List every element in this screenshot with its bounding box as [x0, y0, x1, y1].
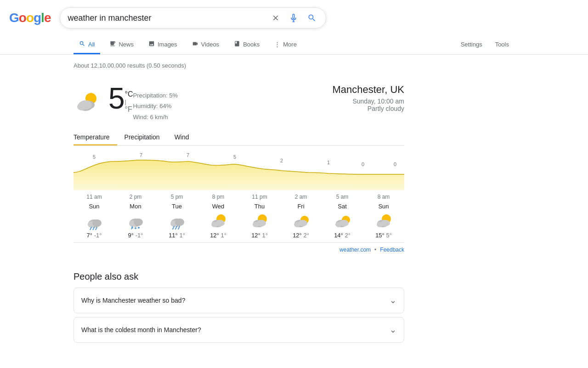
forecast-icon-2 — [168, 212, 186, 230]
nav: All News Images Videos Books ⋮ More Sett… — [0, 36, 588, 55]
nav-label-images: Images — [158, 41, 177, 48]
svg-point-35 — [215, 220, 225, 226]
forecast-sun: 11 am Sun 7° -1° — [74, 190, 115, 242]
nav-item-images[interactable]: Images — [143, 36, 183, 54]
svg-point-23 — [135, 227, 136, 229]
forecast-icon-6 — [333, 212, 351, 230]
svg-point-28 — [175, 218, 184, 226]
forecast-row: 11 am Sun 7° -1° 2 pm — [74, 190, 404, 242]
weather-condition-icon — [74, 88, 103, 118]
nav-label-settings: Settings — [461, 41, 482, 48]
forecast-icon-3 — [209, 212, 227, 230]
svg-point-43 — [298, 220, 307, 226]
forecast-fri: 2 am Fri 12° 2° — [280, 190, 322, 242]
fahrenheit-unit[interactable]: °F — [125, 105, 133, 114]
paa-section: People also ask Why is Manchester weathe… — [74, 271, 404, 343]
forecast-day-0: Sun — [89, 203, 99, 210]
forecast-tue: 5 pm Tue 11° 1° — [156, 190, 198, 242]
voice-search-button[interactable] — [287, 12, 300, 24]
forecast-time-4: 11 pm — [252, 194, 267, 200]
forecast-time-0: 11 am — [86, 194, 102, 200]
svg-text:2: 2 — [280, 158, 283, 163]
svg-text:7: 7 — [187, 153, 189, 158]
nav-item-more[interactable]: ⋮ More — [269, 36, 302, 54]
forecast-day-6: Sat — [338, 203, 347, 210]
nav-label-videos: Videos — [201, 41, 220, 48]
forecast-day-4: Thu — [254, 203, 265, 210]
nav-item-books[interactable]: Books — [228, 36, 265, 54]
nav-label-books: Books — [243, 41, 260, 48]
forecast-icon-7 — [374, 212, 393, 230]
svg-line-29 — [173, 226, 174, 229]
clear-button[interactable] — [270, 12, 282, 24]
nav-settings[interactable]: Settings — [455, 36, 488, 54]
svg-line-16 — [90, 227, 91, 230]
forecast-time-3: 8 pm — [212, 194, 225, 200]
search-bar — [60, 7, 326, 29]
weather-condition-text: Partly cloudy — [332, 105, 404, 112]
news-nav-icon — [109, 40, 116, 48]
paa-item-0[interactable]: Why is Manchester weather so bad? ⌄ — [74, 288, 404, 313]
svg-point-39 — [257, 220, 266, 226]
unit-separator: | — [125, 98, 133, 105]
forecast-time-5: 2 am — [295, 194, 307, 200]
weather-details: Precipitation: 5% Humidity: 64% Wind: 6 … — [133, 90, 178, 122]
forecast-temp-6: 14° 2° — [334, 232, 351, 239]
nav-item-all[interactable]: All — [74, 36, 100, 54]
weather-source-link[interactable]: weather.com — [339, 247, 371, 253]
forecast-temp-3: 12° 1° — [210, 232, 226, 239]
forecast-wed: 8 pm Wed 12° 1° — [198, 190, 239, 242]
nav-item-news[interactable]: News — [104, 36, 139, 54]
svg-line-30 — [175, 226, 177, 229]
paa-question-1: What is the coldest month in Manchester? — [81, 326, 201, 334]
feedback-link[interactable]: Feedback — [380, 247, 404, 253]
humidity-detail: Humidity: 64% — [133, 101, 178, 111]
forecast-temp-4: 12° 1° — [251, 232, 268, 239]
forecast-icon-1 — [126, 212, 145, 230]
forecast-time-7: 8 am — [378, 194, 390, 200]
tab-precipitation[interactable]: Precipitation — [117, 130, 167, 145]
forecast-icon-5 — [292, 212, 310, 230]
nav-tools[interactable]: Tools — [490, 36, 514, 54]
precipitation-detail: Precipitation: 5% — [133, 90, 178, 101]
paa-question-0: Why is Manchester weather so bad? — [81, 297, 185, 304]
svg-point-24 — [138, 227, 140, 229]
forecast-icon-4 — [250, 212, 269, 230]
search-input[interactable] — [68, 13, 270, 23]
nav-item-videos[interactable]: Videos — [187, 36, 225, 54]
nav-label-more: More — [283, 41, 297, 48]
svg-text:0: 0 — [394, 161, 396, 167]
search-nav-icon — [79, 40, 85, 48]
paa-title: People also ask — [74, 271, 404, 282]
svg-text:1: 1 — [327, 160, 330, 165]
tab-wind[interactable]: Wind — [167, 130, 197, 145]
weather-main: 5 °C | °F Precipitation: 5% Humidity: 64… — [74, 84, 404, 122]
svg-point-21 — [134, 218, 143, 226]
svg-line-31 — [178, 226, 180, 229]
tab-temperature[interactable]: Temperature — [74, 130, 117, 145]
svg-text:0: 0 — [362, 161, 364, 167]
forecast-time-2: 5 pm — [171, 194, 183, 200]
nav-label-news: News — [119, 41, 134, 48]
paa-item-1[interactable]: What is the coldest month in Manchester?… — [74, 317, 404, 343]
chevron-down-icon-0: ⌄ — [390, 295, 396, 305]
forecast-temp-0: 7° -1° — [87, 232, 102, 239]
more-nav-icon: ⋮ — [274, 41, 280, 48]
search-button[interactable] — [305, 12, 318, 24]
wind-detail: Wind: 6 km/h — [133, 112, 178, 122]
svg-point-4 — [79, 100, 92, 109]
images-nav-icon — [148, 40, 155, 48]
chevron-down-icon-1: ⌄ — [390, 325, 396, 335]
svg-point-15 — [92, 219, 102, 227]
weather-city: Manchester, UK — [332, 84, 404, 96]
forecast-temp-2: 11° 1° — [169, 232, 185, 239]
svg-text:5: 5 — [233, 154, 236, 160]
forecast-day-2: Tue — [172, 203, 182, 210]
forecast-time-6: 5 am — [336, 194, 349, 200]
forecast-temp-1: 9° -1° — [128, 232, 143, 239]
temperature-chart: 5 7 7 5 2 1 0 0 — [74, 153, 404, 190]
celsius-unit[interactable]: °C — [125, 90, 133, 98]
forecast-day-1: Mon — [130, 203, 141, 210]
nav-label-tools: Tools — [495, 41, 509, 48]
forecast-temp-5: 12° 2° — [293, 232, 309, 239]
